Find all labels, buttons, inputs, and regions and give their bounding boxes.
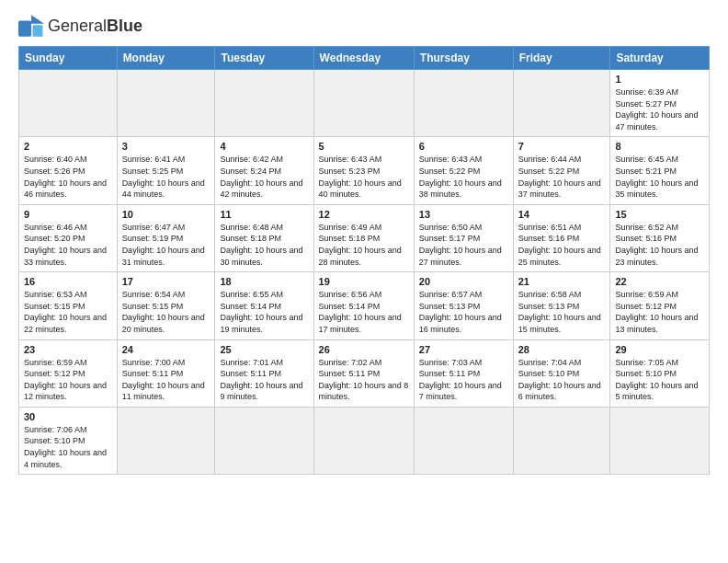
calendar-cell: 9Sunrise: 6:46 AM Sunset: 5:20 PM Daylig…	[19, 204, 118, 271]
day-info: Sunrise: 6:43 AM Sunset: 5:22 PM Dayligh…	[419, 154, 508, 200]
calendar-cell	[610, 407, 710, 474]
weekday-header-row: SundayMondayTuesdayWednesdayThursdayFrid…	[19, 47, 710, 70]
calendar-cell: 6Sunrise: 6:43 AM Sunset: 5:22 PM Daylig…	[414, 137, 513, 204]
day-number: 21	[518, 276, 606, 287]
calendar-cell	[117, 70, 215, 137]
day-number: 18	[220, 276, 308, 287]
calendar-cell: 11Sunrise: 6:48 AM Sunset: 5:18 PM Dayli…	[215, 204, 313, 271]
day-info: Sunrise: 7:05 AM Sunset: 5:10 PM Dayligh…	[615, 357, 704, 403]
day-info: Sunrise: 6:43 AM Sunset: 5:23 PM Dayligh…	[319, 154, 409, 200]
calendar-week-2: 2Sunrise: 6:40 AM Sunset: 5:26 PM Daylig…	[19, 137, 710, 204]
calendar-cell: 19Sunrise: 6:56 AM Sunset: 5:14 PM Dayli…	[313, 272, 414, 339]
calendar-cell: 14Sunrise: 6:51 AM Sunset: 5:16 PM Dayli…	[513, 204, 610, 271]
day-number: 15	[615, 209, 704, 220]
calendar-cell	[117, 407, 215, 474]
calendar-cell	[414, 70, 513, 137]
calendar-cell: 2Sunrise: 6:40 AM Sunset: 5:26 PM Daylig…	[19, 137, 118, 204]
calendar-cell: 26Sunrise: 7:02 AM Sunset: 5:11 PM Dayli…	[313, 339, 414, 407]
day-info: Sunrise: 6:49 AM Sunset: 5:18 PM Dayligh…	[319, 222, 409, 268]
day-info: Sunrise: 6:40 AM Sunset: 5:26 PM Dayligh…	[24, 154, 112, 200]
day-info: Sunrise: 6:59 AM Sunset: 5:12 PM Dayligh…	[615, 289, 704, 335]
calendar-cell: 27Sunrise: 7:03 AM Sunset: 5:11 PM Dayli…	[414, 339, 513, 407]
day-info: Sunrise: 7:06 AM Sunset: 5:10 PM Dayligh…	[24, 424, 112, 470]
day-info: Sunrise: 6:42 AM Sunset: 5:24 PM Dayligh…	[220, 154, 308, 200]
calendar-cell	[215, 407, 313, 474]
calendar-cell: 21Sunrise: 6:58 AM Sunset: 5:13 PM Dayli…	[513, 272, 610, 339]
day-number: 23	[24, 344, 112, 355]
calendar-cell	[215, 70, 313, 137]
day-info: Sunrise: 6:58 AM Sunset: 5:13 PM Dayligh…	[518, 289, 606, 335]
day-number: 17	[122, 276, 210, 287]
calendar-cell: 17Sunrise: 6:54 AM Sunset: 5:15 PM Dayli…	[117, 272, 215, 339]
day-number: 4	[220, 141, 308, 152]
calendar-cell	[414, 407, 513, 474]
day-number: 13	[419, 209, 508, 220]
day-number: 7	[518, 141, 606, 152]
calendar-cell: 15Sunrise: 6:52 AM Sunset: 5:16 PM Dayli…	[610, 204, 710, 271]
calendar-cell	[313, 70, 414, 137]
calendar-cell: 22Sunrise: 6:59 AM Sunset: 5:12 PM Dayli…	[610, 272, 710, 339]
day-number: 19	[319, 276, 409, 287]
day-info: Sunrise: 6:52 AM Sunset: 5:16 PM Dayligh…	[615, 222, 704, 268]
calendar-cell: 23Sunrise: 6:59 AM Sunset: 5:12 PM Dayli…	[19, 339, 118, 407]
calendar-week-4: 16Sunrise: 6:53 AM Sunset: 5:15 PM Dayli…	[19, 272, 710, 339]
calendar-cell: 1Sunrise: 6:39 AM Sunset: 5:27 PM Daylig…	[610, 70, 710, 137]
weekday-header-saturday: Saturday	[610, 47, 710, 70]
calendar-cell: 29Sunrise: 7:05 AM Sunset: 5:10 PM Dayli…	[610, 339, 710, 407]
calendar-cell: 13Sunrise: 6:50 AM Sunset: 5:17 PM Dayli…	[414, 204, 513, 271]
day-info: Sunrise: 6:59 AM Sunset: 5:12 PM Dayligh…	[24, 357, 112, 403]
calendar-cell: 16Sunrise: 6:53 AM Sunset: 5:15 PM Dayli…	[19, 272, 118, 339]
day-info: Sunrise: 7:00 AM Sunset: 5:11 PM Dayligh…	[122, 357, 210, 403]
day-info: Sunrise: 6:41 AM Sunset: 5:25 PM Dayligh…	[122, 154, 210, 200]
calendar-cell	[513, 70, 610, 137]
calendar-cell: 7Sunrise: 6:44 AM Sunset: 5:22 PM Daylig…	[513, 137, 610, 204]
weekday-header-monday: Monday	[117, 47, 215, 70]
day-number: 14	[518, 209, 606, 220]
day-number: 29	[615, 344, 704, 355]
calendar-cell: 5Sunrise: 6:43 AM Sunset: 5:23 PM Daylig…	[313, 137, 414, 204]
logo-text: GeneralBlue	[48, 17, 142, 36]
day-number: 24	[122, 344, 210, 355]
calendar-week-5: 23Sunrise: 6:59 AM Sunset: 5:12 PM Dayli…	[19, 339, 710, 407]
day-info: Sunrise: 6:56 AM Sunset: 5:14 PM Dayligh…	[319, 289, 409, 335]
calendar-cell	[19, 70, 118, 137]
calendar-week-3: 9Sunrise: 6:46 AM Sunset: 5:20 PM Daylig…	[19, 204, 710, 271]
page: GeneralBlue SundayMondayTuesdayWednesday…	[0, 0, 728, 484]
calendar-cell: 4Sunrise: 6:42 AM Sunset: 5:24 PM Daylig…	[215, 137, 313, 204]
day-number: 12	[319, 209, 409, 220]
calendar-cell: 8Sunrise: 6:45 AM Sunset: 5:21 PM Daylig…	[610, 137, 710, 204]
calendar-header: SundayMondayTuesdayWednesdayThursdayFrid…	[19, 47, 710, 70]
day-number: 9	[24, 209, 112, 220]
calendar-body: 1Sunrise: 6:39 AM Sunset: 5:27 PM Daylig…	[19, 70, 710, 475]
weekday-header-sunday: Sunday	[19, 47, 118, 70]
calendar-cell: 18Sunrise: 6:55 AM Sunset: 5:14 PM Dayli…	[215, 272, 313, 339]
day-number: 28	[518, 344, 606, 355]
svg-rect-0	[18, 21, 31, 37]
day-info: Sunrise: 6:47 AM Sunset: 5:19 PM Dayligh…	[122, 222, 210, 268]
calendar-cell: 30Sunrise: 7:06 AM Sunset: 5:10 PM Dayli…	[19, 407, 118, 474]
calendar-week-1: 1Sunrise: 6:39 AM Sunset: 5:27 PM Daylig…	[19, 70, 710, 137]
day-info: Sunrise: 6:57 AM Sunset: 5:13 PM Dayligh…	[419, 289, 508, 335]
day-number: 25	[220, 344, 308, 355]
calendar-cell: 24Sunrise: 7:00 AM Sunset: 5:11 PM Dayli…	[117, 339, 215, 407]
day-info: Sunrise: 6:44 AM Sunset: 5:22 PM Dayligh…	[518, 154, 606, 200]
calendar-table: SundayMondayTuesdayWednesdayThursdayFrid…	[18, 46, 710, 475]
day-number: 30	[24, 411, 112, 422]
day-info: Sunrise: 6:46 AM Sunset: 5:20 PM Dayligh…	[24, 222, 112, 268]
header: GeneralBlue	[18, 15, 710, 37]
day-info: Sunrise: 6:45 AM Sunset: 5:21 PM Dayligh…	[615, 154, 704, 200]
day-number: 11	[220, 209, 308, 220]
weekday-header-friday: Friday	[513, 47, 610, 70]
generalblue-logo-icon	[18, 15, 44, 37]
day-number: 1	[615, 74, 704, 85]
calendar-cell: 20Sunrise: 6:57 AM Sunset: 5:13 PM Dayli…	[414, 272, 513, 339]
calendar-cell	[513, 407, 610, 474]
logo: GeneralBlue	[18, 15, 142, 37]
day-number: 26	[319, 344, 409, 355]
day-info: Sunrise: 7:03 AM Sunset: 5:11 PM Dayligh…	[419, 357, 508, 403]
weekday-header-thursday: Thursday	[414, 47, 513, 70]
calendar-cell	[313, 407, 414, 474]
weekday-header-tuesday: Tuesday	[215, 47, 313, 70]
day-info: Sunrise: 7:02 AM Sunset: 5:11 PM Dayligh…	[319, 357, 409, 403]
day-number: 5	[319, 141, 409, 152]
